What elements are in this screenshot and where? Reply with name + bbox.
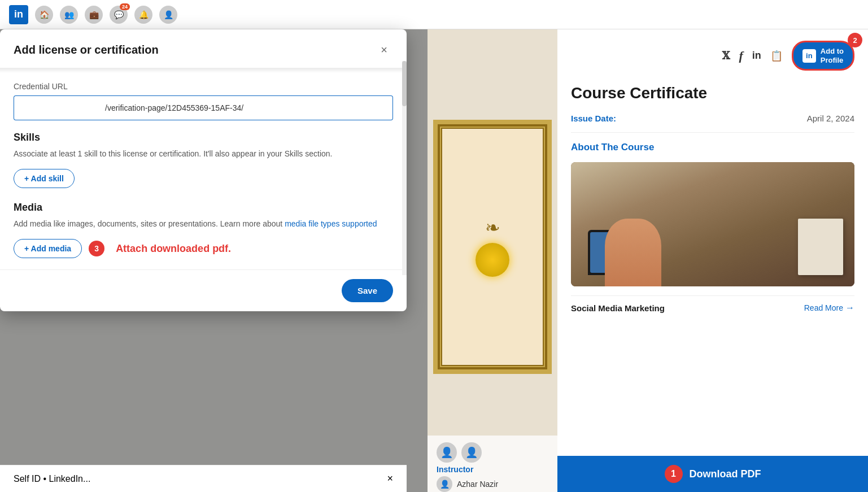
course-name: Social Media Marketing [571,303,665,313]
save-button[interactable]: Save [342,279,393,302]
linkedin-logo: in [9,5,28,24]
media-desc: Add media like images, documents, sites … [14,218,393,230]
credential-url-section: Credential URL [14,82,393,120]
download-pdf-button[interactable]: 1 Download PDF [557,456,868,492]
credential-url-prefix [14,95,98,120]
avatar-1: 👤 [437,442,457,463]
media-desc-text: Add media like images, documents, sites … [14,219,285,228]
annotation-3-wrapper: 3 Attach downloaded pdf. [89,241,231,256]
add-media-button[interactable]: + Add media [14,239,82,258]
credential-url-input-row [14,95,393,120]
download-pdf-label: Download PDF [690,468,761,480]
modal-scrollbar [402,61,407,275]
issue-date-value: April 2, 2024 [807,114,854,123]
credential-url-input[interactable] [98,95,393,120]
issue-date-label: Issue Date: [571,114,616,123]
skills-section: Skills Associate at least 1 skill to thi… [14,132,393,188]
linkedin-btn-logo: in [802,49,816,63]
about-course-heading: About The Course [571,142,854,153]
skills-desc: Associate at least 1 skill to this licen… [14,148,393,160]
instructor-info: 👤 👤 Instructor 👤 Azhar Nazir [428,436,557,492]
issue-date-row: Issue Date: April 2, 2024 [571,114,854,133]
add-skill-button[interactable]: + Add skill [14,169,75,188]
read-more-link[interactable]: Read More → [804,303,854,313]
media-file-types-link[interactable]: media file types supported [285,219,377,228]
add-to-profile-label-line1: Add to [821,47,844,56]
add-to-profile-wrapper: 2 in Add to Profile [792,41,854,71]
nav-network-icon[interactable]: 👥 [60,6,78,24]
share-row: 𝕏 f in 📋 2 in Add to Profile [571,41,854,71]
modal-header: Add license or certification × [0,29,407,68]
avatar-2: 👤 [461,442,482,463]
self-id-text: Self ID • LinkedIn... [14,474,90,484]
instructor-label: Instructor [437,465,548,474]
info-panel: 𝕏 f in 📋 2 in Add to Profile Course Cert… [557,29,868,492]
avatar-row: 👤 👤 [437,442,548,463]
add-to-profile-button[interactable]: in Add to Profile [792,41,854,71]
nav-messages-icon[interactable]: 💬 24 [110,6,128,24]
nav-profile-icon[interactable]: 👤 [159,6,177,24]
read-more-label: Read More [804,303,843,312]
bottom-bar-close-button[interactable]: × [387,473,393,485]
media-section: Media Add media like images, documents, … [14,202,393,258]
linkedin-share-icon[interactable]: in [752,50,761,62]
modal-scrollbar-thumb [402,61,407,106]
modal-close-button[interactable]: × [375,41,393,59]
annotation-attach-text: Attach downloaded pdf. [116,243,231,255]
certificate-frame: ❧ [433,120,552,374]
modal-body: Credential URL Skills Associate at least… [0,68,407,269]
modal-title: Add license or certification [14,43,159,56]
media-heading: Media [14,202,393,214]
modal-footer: Save [0,269,407,311]
badge-1: 1 [665,465,683,483]
scroll-hint [0,68,407,73]
thumb-notebook [798,219,843,275]
nav-jobs-icon[interactable]: 💼 [85,6,103,24]
skills-heading: Skills [14,132,393,143]
x-share-icon[interactable]: 𝕏 [722,50,730,62]
messages-badge: 24 [120,3,130,10]
instructor-avatar: 👤 [437,476,452,492]
add-to-profile-label-line2: Profile [821,56,843,65]
course-certificate-title: Course Certificate [571,84,854,102]
certificate-panel: ❧ 👤 👤 Instructor 👤 Azhar Nazir 𝕏 f in 📋 … [428,29,868,492]
course-thumbnail [571,162,854,286]
instructor-name: Azhar Nazir [457,480,498,489]
copy-icon[interactable]: 📋 [770,50,783,62]
bottom-bar: Self ID • LinkedIn... × [0,465,407,492]
nav-home-icon[interactable]: 🏠 [35,6,53,24]
cert-inner-border [441,128,544,366]
arrow-right-icon: → [845,303,854,313]
facebook-share-icon[interactable]: f [739,49,743,63]
add-media-row: + Add media 3 Attach downloaded pdf. [14,239,393,258]
top-navigation: in 🏠 👥 💼 💬 24 🔔 👤 [0,0,868,29]
credential-url-label: Credential URL [14,82,393,91]
annotation-badge-3: 3 [89,241,104,256]
certificate-image-area: ❧ 👤 👤 Instructor 👤 Azhar Nazir [428,29,557,492]
course-row: Social Media Marketing Read More → [571,295,854,320]
nav-notifications-icon[interactable]: 🔔 [134,6,152,24]
thumb-hand [605,219,661,286]
add-license-modal: Add license or certification × Credentia… [0,29,407,311]
